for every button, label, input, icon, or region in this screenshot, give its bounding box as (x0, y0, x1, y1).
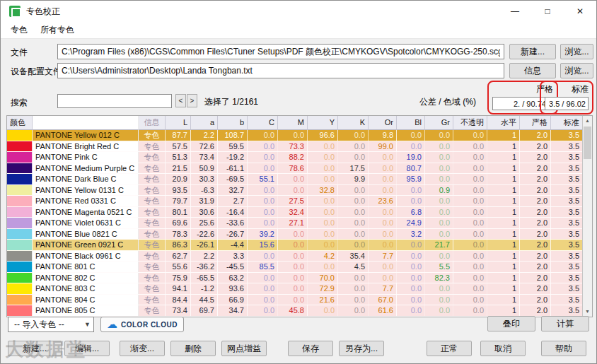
search-input[interactable] (57, 94, 172, 108)
search-next-button[interactable]: > (187, 94, 197, 107)
cell-L: 79.7 (166, 196, 191, 206)
cell-标准: 3.5 (551, 305, 582, 316)
info-cell: 专色 (139, 174, 166, 184)
table-row[interactable]: PANTONE 803 C专色94.1-1.293.60.00.072.90.0… (7, 283, 582, 295)
column-header-Y[interactable]: Y (308, 116, 338, 130)
cell-Or: 7.7 (369, 251, 397, 262)
cell-Y: 0.0 (308, 174, 338, 184)
table-row[interactable]: PANTONE 805 C专色73.469.734.70.045.80.00.0… (7, 305, 582, 317)
standard-tolerance-input[interactable] (545, 97, 589, 110)
cell-Bl: 0.0 (397, 185, 425, 196)
scrollbar-thumb[interactable] (584, 127, 591, 159)
info-cell: 专色 (139, 130, 166, 141)
overprint-button[interactable]: 叠印 (487, 316, 535, 331)
cell-Y: 0.0 (308, 163, 338, 174)
table-row[interactable]: PANTONE Pink C专色51.373.4-19.20.088.20.00… (7, 152, 582, 163)
cell-Gr: 0.0 (425, 130, 453, 141)
cell-Or: 0.0 (369, 240, 397, 250)
table-row[interactable]: PANTONE Yellow 0131 C专色93.5-6.332.70.00.… (7, 185, 582, 196)
color-cloud-button[interactable]: ☁ COLOR CLOUD (100, 317, 184, 332)
table-row[interactable]: PANTONE 804 C专色84.444.566.90.00.021.60.0… (7, 295, 582, 306)
cell-C: 0.0 (248, 295, 278, 305)
cell-Gr: 21.7 (425, 240, 453, 250)
table-row[interactable]: PANTONE Black 0961 C专色62.72.23.30.00.04.… (7, 251, 582, 262)
new-file-button[interactable]: 新建... (509, 44, 556, 59)
table-row[interactable]: PANTONE Magenta 0521 C专色80.130.6-16.40.0… (7, 207, 582, 218)
help-button[interactable]: 帮助 (541, 341, 586, 356)
dot-gain-button[interactable]: 网点增益 (221, 341, 267, 356)
table-row[interactable]: PANTONE Red 0331 C专色79.731.92.70.027.50.… (7, 196, 582, 207)
column-header-Or[interactable]: Or (369, 116, 397, 130)
cell-Gr: 5.5 (425, 262, 453, 272)
table-row[interactable]: PANTONE Yellow 012 C专色87.72.2108.70.00.0… (7, 130, 582, 141)
delete-button[interactable]: 删除 (170, 341, 216, 356)
table-row[interactable]: PANTONE Blue 0821 C专色78.3-22.6-26.739.20… (7, 229, 582, 240)
table-row[interactable]: PANTONE Dark Blue C专色20.930.3-69.555.10.… (7, 174, 582, 185)
column-header-严格[interactable]: 严格 (520, 116, 551, 130)
scroll-up-icon[interactable]: ▲ (583, 116, 592, 126)
column-header-信息[interactable]: 信息 (139, 116, 166, 130)
column-header-a[interactable]: a (191, 116, 218, 130)
file-path-input[interactable] (57, 44, 504, 59)
column-header-不透明[interactable]: 不透明 (453, 116, 487, 130)
column-header-b[interactable]: b (218, 116, 248, 130)
column-header-标准[interactable]: 标准 (551, 116, 582, 130)
table-row[interactable]: PANTONE Green 0921 C专色86.3-26.1-4.415.60… (7, 240, 582, 251)
cell-水平: 1 (487, 229, 520, 240)
device-path-input[interactable] (57, 63, 504, 78)
cell-b: -33.6 (218, 218, 248, 228)
new-color-button[interactable]: 新建... (8, 341, 62, 356)
maximize-button[interactable]: □ (531, 1, 564, 22)
column-header-Gr[interactable]: Gr (425, 116, 453, 130)
close-button[interactable]: ✕ (564, 1, 596, 22)
column-header-水平[interactable]: 水平 (487, 116, 520, 130)
save-button[interactable]: 保存 (288, 341, 333, 356)
table-row[interactable]: PANTONE 801 C专色55.6-36.2-45.585.50.00.04… (7, 262, 582, 273)
column-header-L[interactable]: L (166, 116, 191, 130)
cell-标准: 3.5 (551, 152, 582, 163)
cell-a: -22.6 (191, 229, 218, 240)
cell-b: 66.9 (218, 295, 248, 305)
edit-button[interactable]: 编辑... (64, 341, 110, 356)
spot-color-table: 颜色信息LabCMYKOrBlGr不透明水平严格标准 PANTONE Yello… (6, 115, 593, 317)
cell-Y: 21.6 (308, 295, 338, 305)
cell-Y: 0.0 (308, 152, 338, 163)
column-header-颜色[interactable]: 颜色 (7, 116, 33, 130)
menu-spot-color[interactable]: 专色 (11, 24, 28, 36)
cell-a: 25.6 (191, 218, 218, 228)
cell-Gr: 0.0 (425, 218, 453, 228)
scroll-down-icon[interactable]: ▼ (583, 307, 592, 317)
cell-K: 0.0 (338, 207, 369, 218)
cell-a: -65.5 (191, 273, 218, 283)
table-row[interactable]: PANTONE Medium Purple C专色21.550.9-61.10.… (7, 163, 582, 175)
table-scrollbar[interactable]: ▲ ▼ (582, 116, 592, 317)
cell-C: 0.0 (248, 141, 278, 152)
browse-file-button[interactable]: 浏览... (560, 44, 593, 59)
info-button[interactable]: 信息 (509, 63, 556, 78)
search-prev-button[interactable]: < (175, 94, 186, 107)
cell-Bl: 0.0 (397, 295, 425, 305)
column-header-M[interactable]: M (278, 116, 308, 130)
cell-严格: 2.0 (520, 152, 551, 163)
normal-button[interactable]: 正常 (427, 341, 472, 356)
cancel-button[interactable]: 取消 (480, 341, 526, 356)
table-row[interactable]: PANTONE Bright Red C专色57.572.659.50.073.… (7, 141, 582, 153)
save-as-button[interactable]: 另存为... (339, 341, 384, 356)
cell-C: 0.0 (248, 273, 278, 283)
column-header-C[interactable]: C (248, 116, 278, 130)
column-header-K[interactable]: K (338, 116, 369, 130)
column-header-name[interactable] (33, 116, 139, 130)
table-row[interactable]: PANTONE 802 C专色75.9-65.563.20.00.070.00.… (7, 273, 582, 284)
calculate-button[interactable]: 计算 (541, 316, 589, 331)
gradient-button[interactable]: 渐变... (120, 341, 165, 356)
column-header-Bl[interactable]: Bl (397, 116, 425, 130)
menu-all-spot-colors[interactable]: 所有专色 (40, 24, 74, 36)
import-spot-dropdown[interactable]: -- 导入专色 -- ▼ (8, 317, 94, 332)
table-row[interactable]: PANTONE Violet 0631 C专色69.625.6-33.60.02… (7, 218, 582, 229)
chevron-down-icon: ▼ (84, 317, 91, 331)
cell-b: 34.7 (218, 305, 248, 316)
info-cell: 专色 (139, 152, 166, 163)
cell-不透明: 0.0 (453, 283, 487, 294)
browse-device-button[interactable]: 浏览... (560, 63, 593, 78)
minimize-button[interactable]: — (499, 1, 531, 22)
